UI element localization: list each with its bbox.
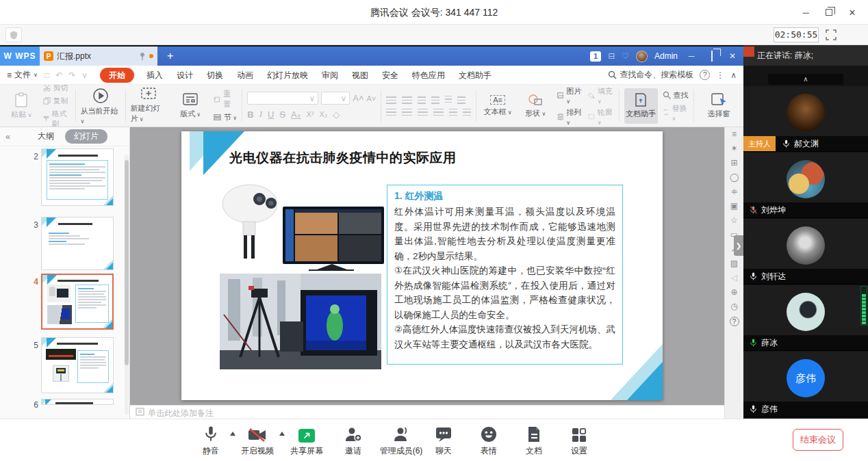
copy-button[interactable]: 复制 — [43, 96, 71, 106]
paste-button[interactable]: 粘贴 ∨ — [5, 92, 38, 120]
justify-icon[interactable] — [433, 109, 444, 116]
skin-icon[interactable]: ♡ — [622, 51, 629, 61]
notes-bar[interactable]: 单击此处添加备注 — [130, 405, 724, 419]
rail-layers-icon[interactable]: ⊞ — [730, 159, 737, 167]
shrink-text-icon[interactable] — [463, 109, 471, 116]
tab-design[interactable]: 设计 — [170, 66, 200, 85]
docs-button[interactable]: 文档 — [509, 425, 559, 457]
participant-tile[interactable]: 主持人 郝文渊 — [743, 86, 868, 152]
sidebar-scrollbar[interactable] — [125, 155, 129, 414]
message-badge[interactable]: 1 — [590, 51, 601, 62]
slide-thumbnail-6[interactable] — [41, 399, 114, 405]
start-video-button[interactable]: 开启视频 — [233, 425, 282, 457]
invite-button[interactable]: 邀请 — [329, 425, 378, 457]
increase-font-button[interactable]: A˄ — [353, 93, 363, 103]
cloud-sync-icon[interactable]: ⊟ — [608, 51, 615, 61]
account-name[interactable]: Admin — [654, 51, 678, 61]
settings-button[interactable]: 设置 — [554, 425, 604, 457]
rail-design-panel-icon[interactable]: ▣ — [730, 202, 738, 210]
tab-outline[interactable]: 大纲 — [38, 131, 54, 142]
participant-tile[interactable]: 彦伟 彦伟 — [743, 352, 868, 417]
align-left-icon[interactable] — [386, 109, 396, 116]
quick-access-toolbar[interactable]: □↶↷∨ — [44, 70, 88, 80]
more-menu-icon[interactable]: ⋮ — [716, 70, 724, 80]
sidebar-collapse-icon[interactable]: « — [0, 131, 16, 142]
slide-thumbnail-5[interactable] — [41, 337, 114, 393]
replace-button[interactable]: 替换 ∨ — [663, 103, 689, 122]
format-painter-button[interactable]: 格式刷 — [43, 109, 71, 128]
font-family-select[interactable]: ∨ — [247, 92, 318, 105]
rail-lines-icon[interactable]: ≡ — [732, 130, 737, 138]
increase-indent-icon[interactable] — [431, 96, 439, 104]
align-center-icon[interactable] — [402, 109, 412, 116]
wps-minimize-icon[interactable]: ─ — [685, 51, 698, 61]
bullet-list-icon[interactable] — [386, 96, 396, 104]
cut-button[interactable]: 剪切 — [43, 85, 71, 93]
emoji-button[interactable]: 表情 — [464, 425, 513, 457]
rail-history-icon[interactable]: ◷ — [730, 302, 737, 311]
close-icon[interactable]: ✕ — [841, 0, 864, 25]
collapse-ribbon-icon[interactable]: ∧ — [730, 70, 737, 80]
slide-thumbnail-2[interactable] — [41, 148, 114, 206]
tab-view[interactable]: 视图 — [345, 66, 375, 85]
find-button[interactable]: 查找 — [663, 90, 689, 101]
new-slide-button[interactable]: 新建幻灯片 ∨ — [130, 88, 167, 124]
line-spacing-icon[interactable] — [449, 109, 457, 116]
selection-pane-button[interactable]: 选择窗 — [699, 93, 739, 119]
decrease-indent-icon[interactable] — [418, 96, 426, 104]
section-button[interactable]: 节 ∨ — [214, 112, 237, 122]
wps-logo[interactable]: W WPS — [0, 47, 40, 66]
tab-slideshow[interactable]: 幻灯片放映 — [260, 66, 315, 85]
fullscreen-icon[interactable] — [826, 29, 837, 40]
doc-assistant-button[interactable]: 文档助手 — [624, 88, 658, 124]
command-search[interactable]: 查找命令、搜索模板 — [608, 69, 693, 81]
font-size-select[interactable]: ∨ — [321, 92, 350, 105]
bold-button[interactable]: B — [247, 109, 253, 120]
tab-animation[interactable]: 动画 — [230, 66, 260, 85]
rail-properties-icon[interactable]: ≑ — [730, 187, 737, 196]
text-box-button[interactable]: A≡ 文本框 ∨ — [481, 95, 514, 117]
rail-image-icon[interactable]: ▨ — [730, 259, 738, 267]
reset-button[interactable]: 重置 — [214, 89, 237, 109]
restore-icon[interactable] — [817, 0, 841, 25]
rail-ai-effects-icon[interactable]: ✶ — [730, 144, 737, 153]
tab-home[interactable]: 开始 — [100, 68, 134, 83]
share-screen-button[interactable]: 共享屏幕 — [282, 425, 331, 457]
help-icon[interactable]: ? — [700, 70, 710, 80]
play-from-current-button[interactable]: 从当前开始 ∨ — [81, 88, 120, 124]
account-avatar[interactable] — [636, 51, 648, 62]
document-tab[interactable]: P 汇报.pptx — [40, 47, 157, 66]
rail-help-icon[interactable]: ? — [730, 317, 739, 326]
columns-icon[interactable] — [457, 96, 465, 104]
tab-special-apps[interactable]: 特色应用 — [405, 66, 452, 85]
superscript-button[interactable]: X² — [307, 110, 314, 118]
chat-button[interactable]: 聊天 — [419, 425, 468, 457]
italic-button[interactable]: I — [259, 109, 262, 120]
arrange-button[interactable]: 排列 ∨ — [557, 107, 583, 126]
align-right-icon[interactable] — [418, 109, 428, 116]
tab-transition[interactable]: 切换 — [200, 66, 230, 85]
participant-tile[interactable]: 薛冰 — [743, 285, 868, 351]
minimize-icon[interactable]: ─ — [794, 0, 817, 25]
rail-expander-tab[interactable]: ❯ — [734, 235, 743, 256]
wps-restore-icon[interactable] — [705, 51, 719, 61]
text-direction-icon[interactable] — [445, 96, 452, 105]
participant-tile[interactable]: 刘烨坤 — [743, 153, 868, 218]
layout-button[interactable]: 版式 ∨ — [172, 93, 209, 119]
panel-collapse-button[interactable]: ∧ — [768, 74, 843, 85]
shield-icon[interactable] — [5, 27, 22, 42]
sidebar-scrollbar-thumb[interactable] — [125, 160, 129, 365]
wps-close-icon[interactable]: ✕ — [726, 51, 739, 61]
decrease-font-button[interactable]: A˅ — [367, 94, 376, 103]
tab-security[interactable]: 安全 — [375, 66, 405, 85]
numbered-list-icon[interactable] — [402, 96, 412, 104]
tab-insert[interactable]: 插入 — [140, 66, 170, 85]
rail-shapes-icon[interactable]: ◯ — [730, 173, 739, 181]
participant-tile[interactable]: 刘轩达 — [743, 219, 868, 285]
outline-button[interactable]: 轮廓 ∨ — [588, 107, 614, 126]
mute-button[interactable]: 静音 — [186, 425, 235, 457]
font-color-button[interactable]: A∨ — [291, 109, 301, 120]
clear-format-icon[interactable]: ◇ — [333, 109, 340, 120]
pin-icon[interactable] — [139, 52, 146, 60]
rail-favorites-icon[interactable]: ☆ — [730, 216, 738, 224]
